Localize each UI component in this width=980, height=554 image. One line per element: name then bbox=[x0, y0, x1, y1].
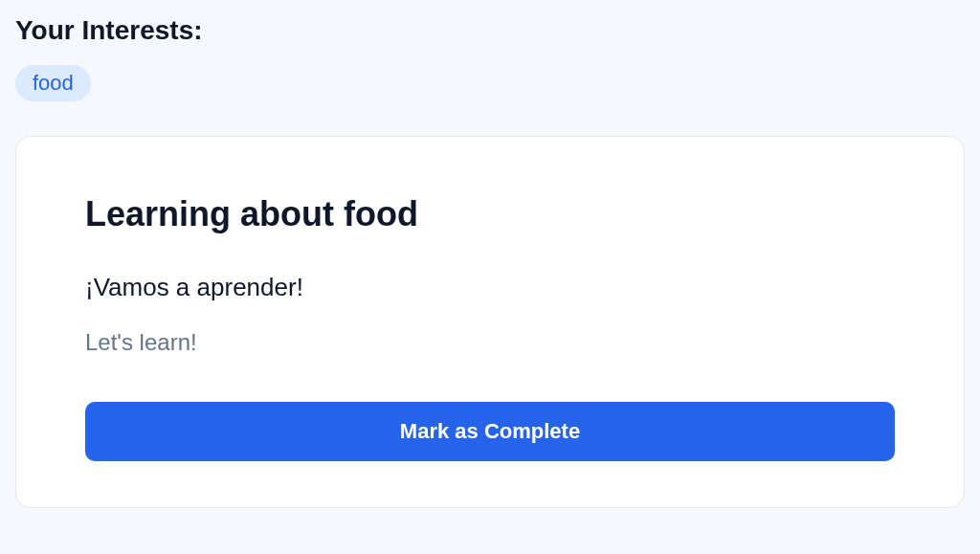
interests-tags: food bbox=[15, 65, 965, 101]
lesson-card: Learning about food ¡Vamos a aprender! L… bbox=[15, 136, 965, 508]
mark-complete-button[interactable]: Mark as Complete bbox=[85, 402, 895, 461]
interest-tag[interactable]: food bbox=[15, 65, 91, 101]
lesson-title: Learning about food bbox=[85, 194, 895, 234]
lesson-secondary-text: Let's learn! bbox=[85, 329, 895, 356]
lesson-primary-text: ¡Vamos a aprender! bbox=[85, 273, 895, 302]
interests-title: Your Interests: bbox=[15, 15, 965, 46]
